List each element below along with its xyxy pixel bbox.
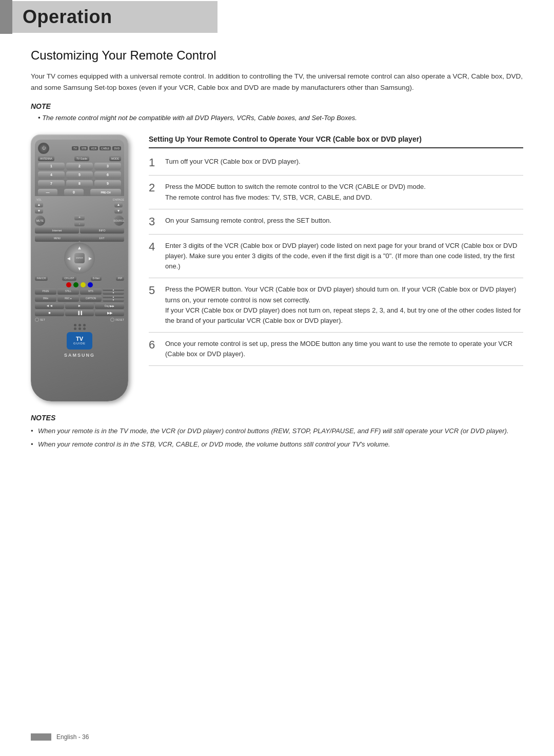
blue-dot[interactable] xyxy=(88,282,93,287)
vol-up[interactable]: ▲ xyxy=(35,202,43,207)
footer-text: English - 36 xyxy=(56,733,89,741)
step-item: 2Press the MODE button to switch the rem… xyxy=(149,182,523,209)
mute-source-row: MUTE + - SOURCE xyxy=(35,215,124,226)
mode-btn-remote[interactable]: MODE xyxy=(109,156,121,161)
green-dot[interactable] xyxy=(73,282,78,287)
btn-5[interactable]: 5 xyxy=(66,171,93,179)
ch-down2[interactable]: ▼ xyxy=(103,292,124,295)
notes-section: NOTES When your remote is in the TV mode… xyxy=(31,414,523,450)
ch-down[interactable]: ▼ xyxy=(114,208,123,214)
notes-item: When your remote is in the TV mode, the … xyxy=(31,426,523,436)
header-title-block: Operation xyxy=(12,1,217,33)
header-gray-block xyxy=(0,0,12,34)
mute-btn[interactable]: MUTE xyxy=(35,216,45,226)
tv-mode: TV xyxy=(72,146,78,150)
internet-btn[interactable]: Internet xyxy=(35,227,79,234)
btn-3[interactable]: 3 xyxy=(94,163,121,170)
btn-9[interactable]: 9 xyxy=(94,180,121,187)
dnr-btn[interactable]: DNIe xyxy=(35,296,56,302)
psize-row: PSIZE STILL MTS ▲ ▼ xyxy=(35,288,124,295)
info-btn[interactable]: INFO xyxy=(80,227,124,234)
btn-pre-ch[interactable]: PRE-CH xyxy=(90,189,121,196)
note-box: NOTE The remote control might not be com… xyxy=(31,102,523,123)
caption-btn[interactable]: CAPTION xyxy=(80,296,102,302)
btn-2[interactable]: 2 xyxy=(66,163,93,170)
fav-ch-btn[interactable]: FAV.CH xyxy=(35,276,48,281)
rec-btn[interactable]: REC ● xyxy=(57,296,79,302)
reset-btn[interactable]: RESET xyxy=(110,318,124,322)
psize-btn[interactable]: PSIZE xyxy=(35,288,56,295)
set-reset-row: SET RESET xyxy=(35,318,124,322)
notes-list: When your remote is in the TV mode, the … xyxy=(31,426,523,450)
vol-down[interactable]: ▼ xyxy=(35,208,43,214)
rewind-btn[interactable]: ◄◄ xyxy=(35,303,64,309)
btn-8[interactable]: 8 xyxy=(66,180,93,187)
step-item: 5Press the POWER button. Your VCR (Cable… xyxy=(149,284,523,333)
ch-up[interactable]: ▲ xyxy=(114,202,123,207)
exit-btn[interactable]: EXIT xyxy=(80,236,124,242)
btn-1[interactable]: 1 xyxy=(38,163,65,170)
pause-btn[interactable]: ▐▐ xyxy=(65,310,94,316)
tv-guide-btn[interactable]: TV Guide xyxy=(74,156,89,161)
remote-top: TV STB VCR CABLE DVD ANTENNA TV Guide MO… xyxy=(35,140,124,196)
pip-btn[interactable]: PIP xyxy=(116,276,124,281)
dot4 xyxy=(74,327,76,330)
power-button[interactable] xyxy=(38,143,49,154)
btn-6[interactable]: 6 xyxy=(94,171,121,179)
antenna-btn[interactable]: ANTENNA xyxy=(38,156,54,161)
nav-right[interactable]: ► xyxy=(88,255,93,261)
btn-dash[interactable]: — xyxy=(38,189,57,196)
instructions: Setting Up Your Remote Control to Operat… xyxy=(149,134,523,401)
mode-labels: TV STB VCR CABLE DVD xyxy=(72,146,121,150)
intro-text: Your TV comes equipped with a universal … xyxy=(31,71,523,93)
stb-mode: STB xyxy=(80,146,88,150)
remote-container: TV STB VCR CABLE DVD ANTENNA TV Guide MO… xyxy=(31,134,133,401)
dot5 xyxy=(78,327,81,330)
btn-0[interactable]: 0 xyxy=(64,189,84,196)
ch-down3[interactable]: ▼ xyxy=(103,299,124,302)
notes-label: NOTES xyxy=(31,414,523,422)
dot-row-1 xyxy=(74,324,86,326)
nav-up[interactable]: ▲ xyxy=(77,245,82,250)
mts-btn[interactable]: MTS xyxy=(80,288,102,295)
step-text: Press the MODE button to switch the remo… xyxy=(165,182,426,202)
step-number: 6 xyxy=(149,339,159,351)
d-net-btn[interactable]: D-Net xyxy=(91,276,102,281)
instructions-title: Setting Up Your Remote Control to Operat… xyxy=(149,134,523,145)
ch-up2[interactable]: ▲ xyxy=(103,288,124,292)
days-fwd-btn[interactable]: Days▶▶ xyxy=(95,303,124,309)
dot1 xyxy=(74,324,76,326)
vol-mid-up[interactable]: + xyxy=(74,215,85,220)
note-text: The remote control might not be compatib… xyxy=(31,113,523,123)
nav-ring: ▲ ▼ ◄ ► ENTER xyxy=(64,243,95,274)
ff-btn[interactable]: ▶▶ xyxy=(95,310,124,316)
dot6 xyxy=(83,327,86,330)
step-number: 3 xyxy=(149,216,159,228)
main-content: TV STB VCR CABLE DVD ANTENNA TV Guide MO… xyxy=(31,134,523,401)
play-btn[interactable]: ► xyxy=(65,303,94,309)
note-label: NOTE xyxy=(31,102,523,110)
step-number: 4 xyxy=(149,241,159,253)
red-dot[interactable] xyxy=(66,282,71,287)
color-dots xyxy=(35,282,124,287)
ch-up3[interactable]: ▲ xyxy=(103,296,124,299)
menu-btn[interactable]: MENU xyxy=(35,236,80,242)
btn-7[interactable]: 7 xyxy=(38,180,65,187)
set-btn[interactable]: SET xyxy=(35,318,45,322)
dot-row-2 xyxy=(74,327,86,330)
ch-list-btn[interactable]: CH.LIST xyxy=(62,276,76,281)
samsung-label: SAMSUNG xyxy=(35,353,124,358)
vol-mid-down[interactable]: - xyxy=(74,221,85,226)
btn-4[interactable]: 4 xyxy=(38,171,65,179)
internet-info-row: Internet INFO xyxy=(35,227,124,234)
step-text: Enter 3 digits of the VCR (Cable box or … xyxy=(165,241,523,272)
enter-btn[interactable]: ENTER xyxy=(74,253,85,263)
nav-down[interactable]: ▼ xyxy=(77,266,82,272)
still-btn[interactable]: STILL xyxy=(57,288,79,295)
stop-btn[interactable]: ■ xyxy=(35,310,64,316)
ch-group: CH/PAGE ▲ ▼ xyxy=(113,198,124,214)
nav-left[interactable]: ◄ xyxy=(66,255,71,261)
dot3 xyxy=(83,324,86,326)
yellow-dot[interactable] xyxy=(81,282,86,287)
source-btn[interactable]: SOURCE xyxy=(114,216,124,226)
